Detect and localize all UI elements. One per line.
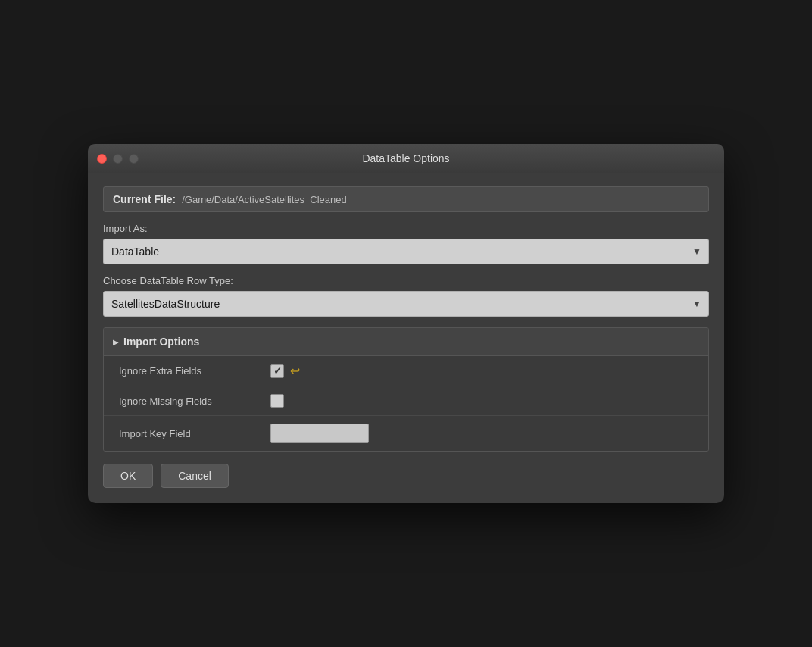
ignore-missing-fields-label: Ignore Missing Fields (119, 395, 270, 407)
import-as-label: Import As: (103, 223, 709, 234)
traffic-lights (97, 154, 139, 164)
maximize-button[interactable] (129, 154, 139, 164)
title-bar: DataTable Options (88, 144, 724, 173)
row-type-dropdown[interactable]: SatellitesDataStructure None (103, 291, 709, 317)
ignore-missing-fields-checkbox[interactable] (270, 394, 284, 408)
import-key-field-label: Import Key Field (119, 428, 270, 439)
import-as-dropdown-container: DataTable CurveTable CurveFloat CurveVec… (103, 239, 709, 264)
import-key-field-control (270, 424, 369, 443)
checkmark-icon: ✓ (273, 365, 282, 377)
import-options-body: Ignore Extra Fields ✓ ↩ Ignore Missing F… (104, 356, 708, 451)
cancel-button[interactable]: Cancel (161, 464, 229, 488)
ignore-extra-fields-row: Ignore Extra Fields ✓ ↩ (104, 356, 708, 386)
import-as-dropdown[interactable]: DataTable CurveTable CurveFloat CurveVec… (103, 239, 709, 264)
ignore-extra-fields-label: Ignore Extra Fields (119, 365, 270, 377)
dialog-window: DataTable Options Current File: /Game/Da… (88, 144, 724, 503)
import-key-field-row: Import Key Field (104, 416, 708, 451)
import-options-title: Import Options (123, 336, 199, 348)
import-options-section: ▶ Import Options Ignore Extra Fields ✓ ↩ (103, 327, 709, 452)
import-key-field-input[interactable] (270, 424, 369, 443)
window-title: DataTable Options (362, 152, 449, 164)
import-options-header: ▶ Import Options (104, 328, 708, 356)
ignore-missing-fields-control (270, 394, 284, 408)
current-file-path: /Game/Data/ActiveSatellites_Cleaned (182, 194, 347, 205)
minimize-button[interactable] (113, 154, 123, 164)
dialog-content: Current File: /Game/Data/ActiveSatellite… (88, 173, 724, 503)
row-type-label: Choose DataTable Row Type: (103, 275, 709, 286)
ok-button[interactable]: OK (103, 464, 153, 488)
row-type-dropdown-container: SatellitesDataStructure None ▼ (103, 291, 709, 317)
collapse-arrow-icon[interactable]: ▶ (113, 338, 119, 346)
current-file-label: Current File: (113, 193, 176, 205)
ignore-missing-fields-row: Ignore Missing Fields (104, 386, 708, 416)
current-file-bar: Current File: /Game/Data/ActiveSatellite… (103, 186, 709, 212)
ignore-extra-fields-control: ✓ ↩ (270, 364, 300, 378)
close-button[interactable] (97, 154, 107, 164)
reset-icon[interactable]: ↩ (290, 364, 300, 378)
ignore-extra-fields-checkbox[interactable]: ✓ (270, 364, 284, 378)
button-row: OK Cancel (103, 464, 709, 488)
